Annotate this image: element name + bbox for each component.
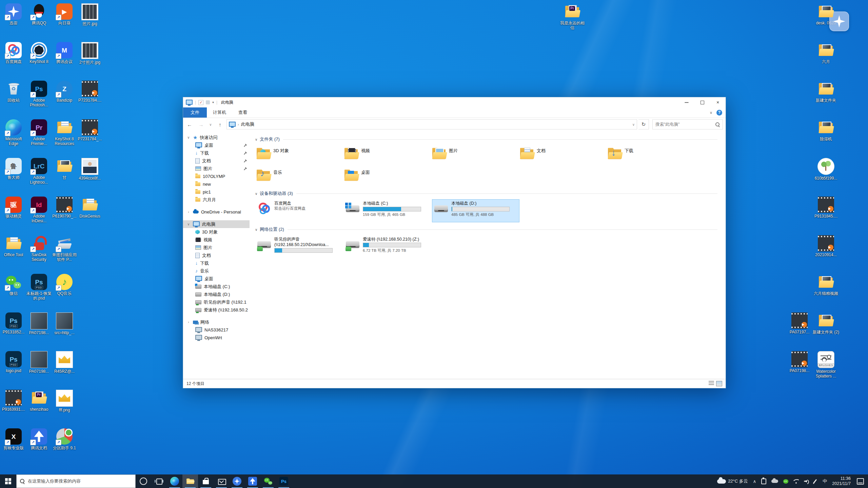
nav-documents[interactable]: 文档: [183, 251, 250, 259]
folder-documents[interactable]: 文档: [518, 145, 606, 165]
icon-fff-png[interactable]: fff.png: [52, 390, 77, 412]
title-bar[interactable]: | ✓ ▾ | 此电脑 ×: [183, 97, 726, 107]
icon-capcut[interactable]: X↗ 剪映专业版: [1, 428, 26, 450]
icon-video-p9163931[interactable]: P9163931....: [1, 390, 26, 412]
icon-src-http-photo[interactable]: src=http_...: [52, 312, 77, 335]
nav-this-pc[interactable]: ∨ 此电脑: [183, 220, 250, 228]
taskbar-photoshop[interactable]: Ps: [276, 474, 292, 488]
tray-ime[interactable]: 中: [821, 478, 827, 484]
section-chevron-icon[interactable]: ∨: [255, 138, 257, 141]
breadcrumb-this-pc[interactable]: 此电脑: [241, 121, 254, 127]
nav-folder-june[interactable]: 六月月: [183, 196, 250, 204]
icon-driver-genius[interactable]: 驱↗ 驱动精灵: [1, 197, 26, 219]
nav-onedrive[interactable]: › OneDrive - Personal: [183, 208, 250, 216]
expand-chevron-icon[interactable]: ›: [186, 320, 191, 324]
icon-video-p7231784a[interactable]: P7231784....: [78, 81, 102, 103]
taskbar-edge[interactable]: [167, 474, 182, 488]
maximize-button[interactable]: [694, 97, 710, 107]
tile-local-disk-d[interactable]: 本地磁盘 (D:) 485 GB 可用, 共 488 GB: [432, 199, 519, 222]
icon-believe-folder[interactable]: Pr 我是永远的相信: [560, 3, 585, 30]
refresh-button[interactable]: ↻: [638, 119, 649, 129]
icon-sunflower[interactable]: ▶↗ 向日葵: [52, 3, 77, 25]
address-box[interactable]: › 此电脑 ∨: [226, 119, 637, 129]
tab-view[interactable]: 查看: [232, 107, 253, 118]
tray-wifi[interactable]: [793, 479, 799, 484]
tray-weather[interactable]: 22°C 多云: [717, 478, 748, 484]
nav-pictures-pinned[interactable]: 图片: [183, 165, 250, 172]
nav-openwrt[interactable]: OpenWrt: [183, 334, 250, 342]
icon-video-p7231784b[interactable]: P7231784_...: [78, 119, 102, 141]
folder-videos[interactable]: 视频: [343, 145, 430, 165]
icon-tencent-meeting[interactable]: M↗ 腾讯会议: [52, 42, 77, 64]
icon-video-20210914[interactable]: 20210914...: [814, 235, 838, 257]
tile-local-disk-c[interactable]: 本地磁盘 (C:) 159 GB 可用, 共 465 GB: [343, 199, 431, 222]
icon-sandisk-security[interactable]: ↗ SanDisk Security: [27, 235, 51, 262]
nav-local-disk-c[interactable]: 本地磁盘 (C:): [183, 283, 250, 290]
help-icon[interactable]: ?: [716, 110, 722, 116]
nav-folder-pic1[interactable]: pic1: [183, 188, 250, 196]
nav-downloads[interactable]: ↓ 下载: [183, 259, 250, 267]
expand-chevron-icon[interactable]: ›: [186, 210, 191, 214]
taskbar-wechat[interactable]: [260, 474, 276, 488]
taskbar-file-explorer[interactable]: [182, 474, 198, 488]
icon-tencent-qq[interactable]: ↗ 腾讯QQ: [27, 3, 51, 25]
nav-net-voice[interactable]: 听见你的声音 (\\192.1: [183, 298, 250, 306]
icon-gan-folder[interactable]: 甘: [52, 158, 77, 180]
icon-xunlei[interactable]: ↗ 迅雷: [1, 3, 26, 25]
icon-june-folder[interactable]: 六月: [814, 42, 838, 64]
icon-video-pa07198[interactable]: PA07198...: [787, 351, 812, 373]
folder-3d-objects[interactable]: 3D 对象: [255, 145, 342, 165]
icon-indesign[interactable]: Id↗ Adobe InDesi...: [27, 197, 51, 223]
icon-logo-psd[interactable]: PsPSD logo.psd: [1, 351, 26, 373]
nav-music[interactable]: ♪ 音乐: [183, 267, 250, 275]
task-view-button[interactable]: [151, 474, 167, 488]
icon-partition-assistant[interactable]: ↗ 分区助手 9.1: [52, 428, 77, 450]
nav-desktop[interactable]: 桌面: [183, 275, 250, 283]
icon-pa07198-photo-a[interactable]: PA07198...: [27, 312, 51, 335]
taskbar-search[interactable]: 在这里输入你要搜索的内容: [16, 474, 136, 488]
up-button[interactable]: ↑: [215, 120, 225, 129]
icon-lightroom[interactable]: LrC↗ Adobe Lightroo...: [27, 158, 51, 185]
nav-downloads-pinned[interactable]: ↓ 下载: [183, 149, 250, 157]
expand-chevron-icon[interactable]: ∨: [186, 136, 191, 139]
icon-photo-jpg[interactable]: 照片.jpg: [78, 3, 102, 26]
icon-shenzihao-folder[interactable]: Pr shenzihao: [27, 390, 51, 412]
tray-onedrive[interactable]: [771, 480, 778, 483]
nav-local-disk-d[interactable]: 本地磁盘 (D:): [183, 290, 250, 298]
view-large-icons-button[interactable]: [716, 381, 722, 386]
icon-video-p6190790[interactable]: P6190790_...: [52, 197, 77, 219]
icon-video-pa07197[interactable]: PA07197...: [787, 312, 812, 334]
expand-chevron-icon[interactable]: ∨: [186, 222, 191, 226]
icon-ludashi[interactable]: 鲁↗ 鲁大师: [1, 158, 26, 180]
nav-network[interactable]: › 网络: [183, 318, 250, 326]
icon-premiere[interactable]: Pr↗ Adobe Premie...: [27, 119, 51, 146]
nav-3d-objects[interactable]: 3D 对象: [183, 228, 250, 236]
icon-pa07198-photo-b[interactable]: PA07198...: [27, 351, 51, 374]
icon-r45rz-crown[interactable]: R45RZ@...: [52, 351, 77, 374]
forward-button[interactable]: →: [196, 120, 206, 129]
nav-folder-107olymp[interactable]: 107OLYMP: [183, 172, 250, 180]
tray-volume[interactable]: [804, 479, 809, 484]
close-button[interactable]: ×: [710, 97, 726, 107]
icon-diskgenius-folder[interactable]: DiskGenius: [78, 197, 102, 219]
icon-qq-music[interactable]: ♪↗ QQ音乐: [52, 274, 77, 296]
tile-net-asustor[interactable]: 爱速特 (\\192.168.50.210) (Z:) 6.72 TB 可用, …: [343, 235, 431, 258]
tray-hidden-icons[interactable]: ∧: [753, 479, 756, 484]
icon-baidu-netdisk[interactable]: ↗ 百度网盘: [1, 42, 26, 64]
view-details-button[interactable]: [709, 381, 714, 386]
section-chevron-icon[interactable]: ∨: [255, 228, 257, 231]
tray-wechat[interactable]: [783, 479, 788, 484]
icon-new-folder[interactable]: 新建文件夹: [814, 81, 838, 103]
start-button[interactable]: [0, 474, 16, 488]
section-drives-header[interactable]: ∨ 设备和驱动器 (3): [255, 190, 722, 197]
icon-2inch-photo[interactable]: 2寸照片.jpg: [78, 42, 102, 65]
icon-610b5f199-img[interactable]: 610b5f199...: [814, 158, 838, 181]
icon-wechat[interactable]: ↗ 微信: [1, 274, 26, 296]
icon-new-folder-2[interactable]: 新建文件夹 (2): [814, 312, 838, 334]
icon-pantum-scanner[interactable]: ↗ 奔图扫描应用软件 P...: [52, 235, 77, 262]
icon-photoshop[interactable]: Ps↗ Adobe Photosh...: [27, 81, 51, 107]
qat-newfolder-icon[interactable]: [206, 100, 210, 104]
icon-tencent-docs[interactable]: ↗ 腾讯文档: [27, 428, 51, 450]
address-dropdown-icon[interactable]: ∨: [632, 123, 635, 126]
icon-video-p9131845[interactable]: P9131845....: [814, 197, 838, 219]
